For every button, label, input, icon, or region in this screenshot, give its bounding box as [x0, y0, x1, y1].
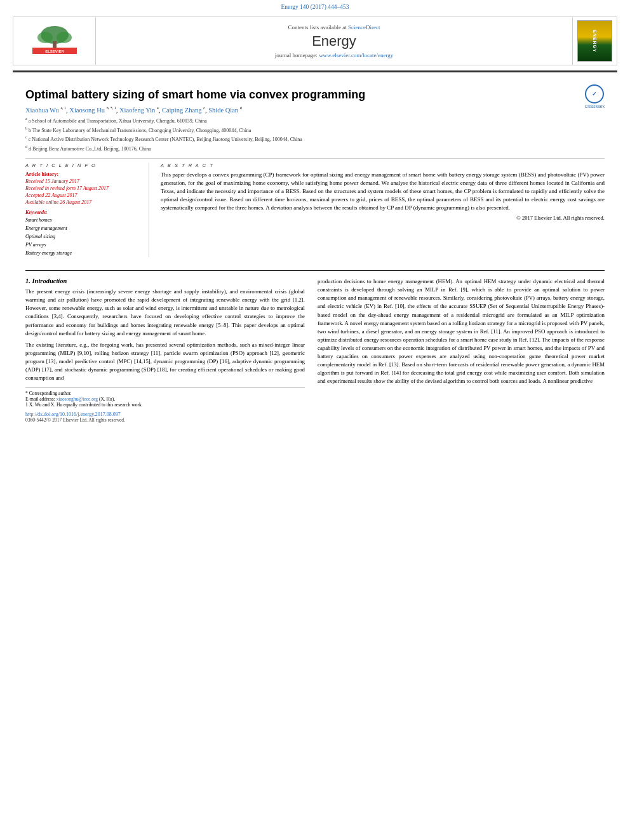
author-wu[interactable]: Xiaohua Wu: [25, 107, 59, 114]
body-left-col: 1. Introduction The present energy crisi…: [25, 277, 305, 422]
affiliations: a a School of Automobile and Transportat…: [25, 116, 605, 153]
sciencedirect-link[interactable]: ScienceDirect: [348, 24, 380, 30]
energy-logo: ENERGY: [577, 20, 612, 62]
authors-line: Xiaohua Wu a, 1, Xiaosong Hu b, *, 1, Xi…: [25, 106, 605, 114]
homepage-line: journal homepage: www.elsevier.com/locat…: [275, 52, 394, 58]
affil-b: b b The State Key Laboratory of Mechanic…: [25, 126, 605, 135]
author-yin[interactable]: Xiaofeng Yin: [119, 107, 155, 114]
email-note: E-mail address: xiaosonghu@ieee.org (X. …: [25, 396, 305, 402]
main-body: 1. Introduction The present energy crisi…: [0, 271, 630, 429]
elsevier-logo-area: ELSEVIER: [13, 17, 96, 65]
intro-heading: 1. Introduction: [25, 277, 305, 284]
intro-para1: The present energy crisis (increasingly …: [25, 288, 305, 382]
affil-a: a a School of Automobile and Transportat…: [25, 116, 605, 125]
crossmark-circle: ✓: [585, 84, 604, 103]
footnotes: * Corresponding author. E-mail address: …: [25, 387, 305, 408]
paper-content: ✓ CrossMark Optimal battery sizing of sm…: [0, 72, 630, 263]
energy-logo-area: ENERGY: [572, 17, 617, 65]
abstract-label: A B S T R A C T: [161, 163, 605, 168]
keyword-battery: Battery energy storage: [25, 250, 140, 258]
keyword-optimal-sizing: Optimal sizing: [25, 233, 140, 241]
affil-d: d d Beijing Benz Automotive Co.,Ltd, Bei…: [25, 144, 605, 153]
contents-line: Contents lists available at ScienceDirec…: [288, 24, 380, 30]
article-info-abstract: A R T I C L E I N F O Article history: R…: [25, 163, 605, 258]
article-history: Article history: Received 15 January 201…: [25, 171, 140, 206]
journal-reference: Energy 140 (2017) 444–453: [0, 0, 630, 13]
corresponding-note: * Corresponding author.: [25, 390, 305, 396]
crossmark-badge: ✓ CrossMark: [585, 84, 605, 109]
author-hu[interactable]: Xiaosong Hu: [69, 107, 105, 114]
article-info-col: A R T I C L E I N F O Article history: R…: [25, 163, 149, 258]
svg-point-2: [37, 32, 53, 43]
keyword-energy-mgmt: Energy management: [25, 225, 140, 233]
keyword-smart-homes: Smart homes: [25, 217, 140, 225]
body-right-col: production decisions to home energy mana…: [318, 277, 605, 422]
journal-header: ELSEVIER Contents lists available at Sci…: [13, 17, 617, 65]
keywords-label: Keywords:: [25, 210, 140, 215]
keywords-section: Keywords: Smart homes Energy management …: [25, 210, 140, 257]
journal-title: Energy: [312, 33, 356, 50]
affil-c: c c National Active Distribution Network…: [25, 135, 605, 143]
doi-line: http://dx.doi.org/10.1016/j.energy.2017.…: [25, 411, 305, 417]
keyword-pv-arrays: PV arrays: [25, 241, 140, 250]
svg-point-3: [57, 32, 72, 43]
author-zhang[interactable]: Caiping Zhang: [162, 107, 202, 114]
email-link[interactable]: xiaosonghu@ieee.org: [57, 396, 98, 402]
abstract-col: A B S T R A C T This paper develops a co…: [161, 163, 605, 258]
homepage-link[interactable]: www.elsevier.com/locate/energy: [319, 52, 393, 58]
author-qian[interactable]: Shide Qian: [208, 107, 238, 114]
abstract-text: This paper develops a convex programming…: [161, 171, 605, 212]
contribution-note: 1 X. Wu and X. Hu equally contributed to…: [25, 402, 305, 408]
elsevier-logo: ELSEVIER: [26, 23, 83, 58]
journal-info-center: Contents lists available at ScienceDirec…: [96, 17, 572, 65]
paper-title: Optimal battery sizing of smart home via…: [25, 88, 605, 102]
svg-text:ELSEVIER: ELSEVIER: [45, 50, 64, 53]
title-area: ✓ CrossMark Optimal battery sizing of sm…: [25, 88, 605, 102]
article-divider: [25, 158, 605, 159]
article-info-label: A R T I C L E I N F O: [25, 163, 140, 168]
right-para1: production decisions to home energy mana…: [318, 277, 605, 385]
doi-link[interactable]: http://dx.doi.org/10.1016/j.energy.2017.…: [25, 411, 121, 417]
copyright-line: © 2017 Elsevier Ltd. All rights reserved…: [161, 215, 605, 221]
issn-line: 0360-5442/© 2017 Elsevier Ltd. All right…: [25, 417, 305, 423]
